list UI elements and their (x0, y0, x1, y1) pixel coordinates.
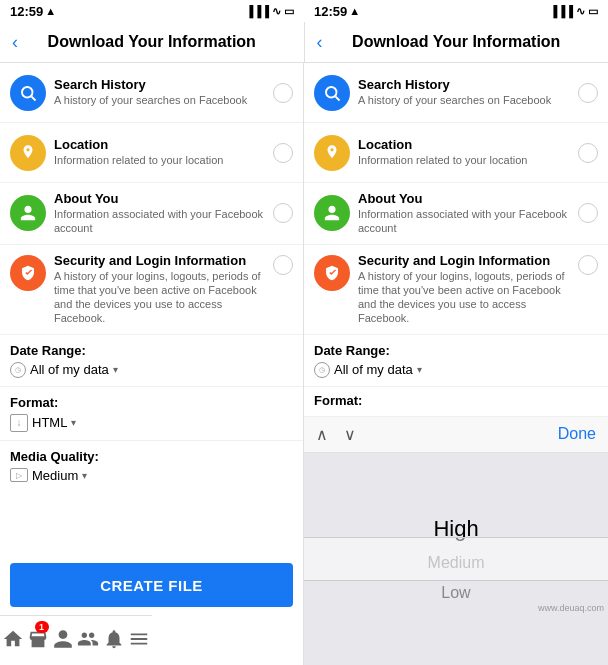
right-security-title: Security and Login Information (358, 253, 572, 268)
search-history-radio[interactable] (273, 83, 293, 103)
security-icon (10, 255, 46, 291)
format-section: Format: ↓ HTML ▾ (0, 387, 303, 441)
right-about-you-text: About You Information associated with yo… (358, 191, 572, 236)
right-date-range-chevron: ▾ (417, 364, 422, 375)
left-status-bar: 12:59 ▲ ▐▐▐ ∿ ▭ (0, 0, 304, 22)
left-battery-icon: ▭ (284, 5, 294, 18)
left-signal-icon: ▐▐▐ (246, 5, 269, 17)
right-search-history-desc: A history of your searches on Facebook (358, 93, 572, 107)
left-time: 12:59 (10, 4, 43, 19)
right-clock-icon: ◷ (314, 362, 330, 378)
left-location-icon: ▲ (45, 5, 56, 17)
date-range-chevron: ▾ (113, 364, 118, 375)
right-location-text: Location Information related to your loc… (358, 137, 572, 167)
left-nav-header: ‹ Download Your Information (0, 22, 304, 62)
menu-icon (128, 628, 150, 650)
picker-toolbar: ∧ ∨ Done (304, 417, 608, 453)
left-back-button[interactable]: ‹ (12, 32, 18, 53)
location-radio[interactable] (273, 143, 293, 163)
create-file-button[interactable]: CREATE FILE (10, 563, 293, 607)
right-search-history-radio[interactable] (578, 83, 598, 103)
picker-done-button[interactable]: Done (558, 425, 596, 443)
security-text: Security and Login Information A history… (54, 253, 267, 326)
store-badge: 1 (35, 621, 49, 633)
right-location-desc: Information related to your location (358, 153, 572, 167)
tab-menu[interactable] (126, 619, 151, 659)
tab-groups[interactable] (76, 619, 101, 659)
search-history-title: Search History (54, 77, 267, 92)
picker-area[interactable]: High Medium Low (304, 453, 608, 665)
bell-icon (103, 628, 125, 650)
right-date-range-value[interactable]: ◷ All of my data ▾ (314, 362, 598, 378)
media-quality-chevron: ▾ (82, 470, 87, 481)
right-search-history-text: Search History A history of your searche… (358, 77, 572, 107)
clock-icon: ◷ (10, 362, 26, 378)
right-date-range-text: All of my data (334, 362, 413, 377)
tab-bar: 1 (0, 615, 152, 665)
svg-line-1 (31, 96, 35, 100)
about-you-icon (10, 195, 46, 231)
security-radio[interactable] (273, 255, 293, 275)
watermark: www.deuaq.com (538, 603, 604, 613)
about-you-radio[interactable] (273, 203, 293, 223)
right-list-item-search-history: Search History A history of your searche… (304, 63, 608, 123)
format-label: Format: (10, 395, 293, 410)
picker-highlight (304, 537, 608, 581)
list-item-security: Security and Login Information A history… (0, 245, 303, 335)
svg-line-3 (335, 96, 339, 100)
right-security-text: Security and Login Information A history… (358, 253, 572, 326)
tab-store[interactable]: 1 (25, 619, 50, 659)
right-security-icon (314, 255, 350, 291)
security-desc: A history of your logins, logouts, perio… (54, 269, 267, 326)
picker-down-arrow[interactable]: ∨ (344, 425, 356, 444)
right-list-item-security: Security and Login Information A history… (304, 245, 608, 335)
profile-icon (52, 628, 74, 650)
date-range-text: All of my data (30, 362, 109, 377)
right-back-button[interactable]: ‹ (317, 32, 323, 53)
about-you-text: About You Information associated with yo… (54, 191, 267, 236)
right-about-you-title: About You (358, 191, 572, 206)
right-location-title: Location (358, 137, 572, 152)
format-text: HTML (32, 415, 67, 430)
security-title: Security and Login Information (54, 253, 267, 268)
picker-up-arrow[interactable]: ∧ (316, 425, 328, 444)
left-page-title: Download Your Information (48, 33, 256, 51)
right-nav-header: ‹ Download Your Information (305, 22, 609, 62)
svg-point-2 (326, 87, 337, 98)
tab-notifications[interactable] (101, 619, 126, 659)
right-location-radio[interactable] (578, 143, 598, 163)
search-history-text: Search History A history of your searche… (54, 77, 267, 107)
right-format-label: Format: (314, 393, 598, 408)
date-range-section: Date Range: ◷ All of my data ▾ (0, 335, 303, 387)
tab-home[interactable] (0, 619, 25, 659)
svg-point-0 (22, 87, 33, 98)
format-value[interactable]: ↓ HTML ▾ (10, 414, 293, 432)
home-icon (2, 628, 24, 650)
right-security-desc: A history of your logins, logouts, perio… (358, 269, 572, 326)
location-title: Location (54, 137, 267, 152)
left-status-icons: ▐▐▐ ∿ ▭ (246, 5, 294, 18)
date-range-value[interactable]: ◷ All of my data ▾ (10, 362, 293, 378)
tab-profile[interactable] (51, 619, 76, 659)
right-signal-icon: ▐▐▐ (550, 5, 573, 17)
search-history-desc: A history of your searches on Facebook (54, 93, 267, 107)
right-search-history-icon (314, 75, 350, 111)
media-quality-section: Media Quality: ▷ Medium ▾ (0, 441, 303, 491)
right-time: 12:59 (314, 4, 347, 19)
right-about-you-icon (314, 195, 350, 231)
media-quality-text: Medium (32, 468, 78, 483)
download-icon: ↓ (10, 414, 28, 432)
right-security-radio[interactable] (578, 255, 598, 275)
media-quality-value[interactable]: ▷ Medium ▾ (10, 468, 293, 483)
right-about-you-radio[interactable] (578, 203, 598, 223)
right-format-section: Format: (304, 387, 608, 417)
list-item-about-you: About You Information associated with yo… (0, 183, 303, 245)
right-page-title: Download Your Information (352, 33, 560, 51)
format-chevron: ▾ (71, 417, 76, 428)
right-about-you-desc: Information associated with your Faceboo… (358, 207, 572, 236)
right-wifi-icon: ∿ (576, 5, 585, 18)
left-wifi-icon: ∿ (272, 5, 281, 18)
location-desc: Information related to your location (54, 153, 267, 167)
right-location-icon: ▲ (349, 5, 360, 17)
list-item-search-history: Search History A history of your searche… (0, 63, 303, 123)
